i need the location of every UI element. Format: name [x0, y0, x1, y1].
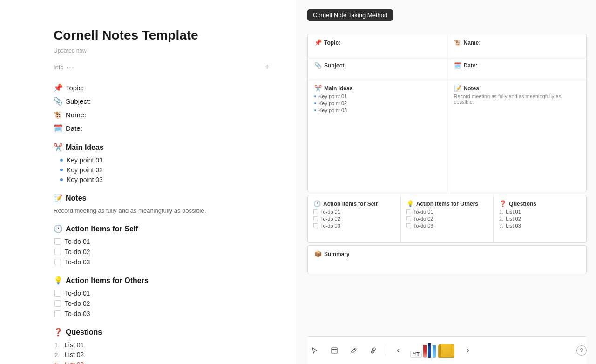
marker-dark-icon[interactable]: [428, 343, 431, 358]
notes-emoji: 📝: [54, 194, 63, 202]
questions-list: 1.List 01 2.List 02 3.List 03: [54, 341, 270, 364]
action-self-heading: 🕐 Action Items for Self: [54, 224, 270, 233]
checkbox[interactable]: [54, 310, 61, 317]
notes-heading: 📝 Notes: [54, 194, 270, 202]
link-tool-button[interactable]: [366, 343, 381, 358]
mini-dot: [314, 102, 316, 104]
bottom-cells: 🕐 Action Items for Self To-do 01 To-do 0…: [307, 195, 587, 243]
list-item: To-do 02: [54, 300, 270, 307]
subject-cell-label: 📎 Subject:: [314, 62, 440, 69]
mini-numbered-row: 2.List 02: [499, 216, 581, 222]
list-item: Key point 01: [60, 156, 270, 164]
action-self-list: To-do 01 To-do 02 To-do 03: [54, 238, 270, 266]
info-dots[interactable]: ···: [67, 64, 75, 71]
bullet-dot: [60, 159, 63, 162]
topic-cell: 📌 Topic:: [308, 34, 447, 57]
arrow-tool-icon: [311, 347, 318, 354]
book-cover: [439, 344, 454, 357]
help-icon: ?: [580, 347, 583, 354]
action-others-cell-emoji: 💡: [406, 200, 414, 207]
list-item: To-do 03: [54, 310, 270, 317]
questions-emoji: ❓: [54, 328, 63, 337]
notes-label: Notes: [66, 194, 86, 202]
bottom-action-self-label: 🕐 Action Items for Self: [313, 200, 395, 207]
bottom-action-self-cell: 🕐 Action Items for Self To-do 01 To-do 0…: [308, 195, 401, 242]
mini-checkbox-row: To-do 01: [313, 209, 395, 215]
info-row: Info ··· +: [54, 62, 270, 72]
topic-cell-label: 📌 Topic:: [314, 39, 440, 46]
mini-checkbox[interactable]: [313, 209, 318, 214]
marker-light-icon[interactable]: [433, 345, 436, 358]
hi-text: H: [413, 351, 416, 357]
toolbar-separator: [386, 346, 386, 355]
subject-cell: 📎 Subject:: [308, 57, 447, 80]
arrow-tool-button[interactable]: [307, 343, 322, 358]
summary-section: 📦 Summary: [307, 245, 587, 274]
mini-checkbox-row: To-do 03: [313, 223, 395, 229]
mini-checkbox[interactable]: [406, 209, 411, 214]
highlight-badge[interactable]: H T: [410, 351, 422, 358]
mini-checkbox[interactable]: [313, 223, 318, 228]
subject-emoji: 📎: [54, 97, 63, 106]
list-item: 2.List 02: [54, 351, 270, 358]
notes-cell-label: 📝 Notes: [454, 85, 580, 92]
list-item: Key point 02: [60, 166, 270, 174]
date-field: 🗓️ Date:: [54, 124, 270, 133]
action-self-cell-emoji: 🕐: [313, 200, 321, 207]
action-others-emoji: 💡: [54, 276, 63, 285]
mini-checkbox[interactable]: [406, 216, 411, 221]
checkbox[interactable]: [54, 238, 61, 245]
list-item: To-do 01: [54, 238, 270, 245]
book-icon[interactable]: [438, 344, 456, 358]
date-cell-emoji: 🗓️: [454, 62, 461, 69]
pen-tool-icon: [350, 347, 358, 354]
pen-tool-button[interactable]: [346, 343, 361, 358]
mini-checkbox-row: To-do 02: [406, 216, 488, 222]
bottom-questions-cell: ❓ Questions 1.List 01 2.List 02 3.List 0…: [494, 195, 586, 242]
next-button[interactable]: ›: [461, 343, 475, 358]
left-panel: Cornell Notes Template Updated now Info …: [0, 0, 298, 364]
questions-label: Questions: [66, 328, 102, 337]
name-field: 🐮 Name:: [54, 110, 270, 119]
notes-cell: 📝 Notes Record meeting as fully and as m…: [447, 80, 587, 192]
pencil-red-icon[interactable]: [423, 345, 427, 358]
mini-bullet-item: Key point 01: [314, 94, 440, 99]
name-cell: 🐮 Name:: [447, 34, 587, 57]
name-cell-emoji: 🐮: [454, 39, 461, 46]
bullet-dot: [60, 169, 63, 171]
subject-label: Subject:: [66, 97, 91, 105]
topic-cell-emoji: 📌: [314, 39, 322, 46]
link-tool-icon: [370, 347, 377, 354]
summary-emoji: 📦: [314, 250, 322, 257]
summary-label: 📦 Summary: [314, 250, 580, 257]
questions-heading: ❓ Questions: [54, 328, 270, 337]
help-button[interactable]: ?: [576, 345, 587, 356]
table-row-3: ✂️ Main Ideas Key point 01 Key point 02 …: [308, 80, 586, 192]
mini-checkbox-row: To-do 02: [313, 216, 395, 222]
checkbox[interactable]: [54, 290, 61, 297]
prev-icon: ‹: [397, 345, 400, 355]
checkbox[interactable]: [54, 259, 61, 265]
bullet-dot: [60, 178, 63, 181]
mini-checkbox[interactable]: [313, 216, 318, 221]
checkbox[interactable]: [54, 249, 61, 255]
right-panel: Cornell Note Taking Method 📌 Topic: 🐮 Na…: [298, 0, 596, 364]
mini-bullet-item: Key point 03: [314, 108, 440, 113]
summary-cell: 📦 Summary: [308, 246, 586, 274]
info-label: Info: [54, 64, 64, 71]
updated-label: Updated now: [54, 47, 270, 54]
main-ideas-emoji: ✂️: [54, 143, 63, 152]
name-emoji: 🐮: [54, 110, 63, 119]
frame-tool-button[interactable]: [327, 343, 342, 358]
list-item: To-do 02: [54, 248, 270, 256]
stationery-group: H T: [410, 343, 456, 358]
main-ideas-cell-emoji: ✂️: [314, 85, 322, 92]
action-others-list: To-do 01 To-do 02 To-do 03: [54, 290, 270, 317]
mini-checkbox[interactable]: [406, 223, 411, 228]
add-icon[interactable]: +: [264, 62, 270, 72]
date-label: Date:: [66, 124, 82, 132]
prev-button[interactable]: ‹: [391, 343, 406, 358]
action-others-label: Action Items for Others: [66, 276, 149, 285]
checkbox[interactable]: [54, 300, 61, 307]
action-self-emoji: 🕐: [54, 224, 63, 233]
